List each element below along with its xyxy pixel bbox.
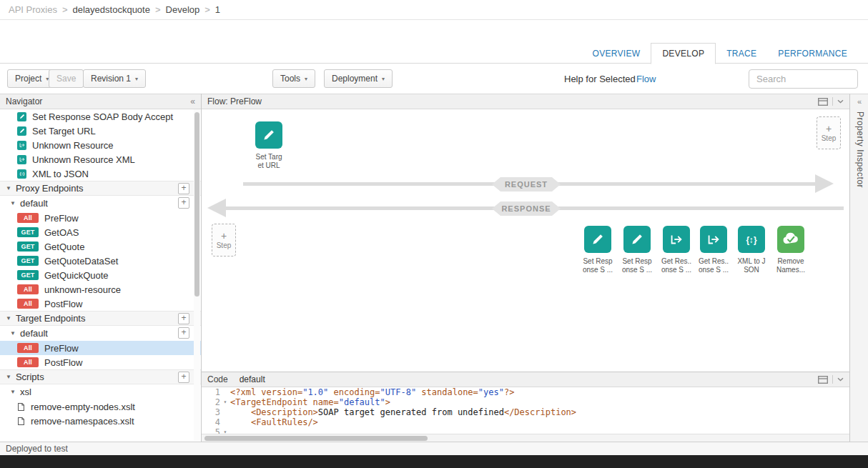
nav-flow-getquote[interactable]: GETGetQuote (0, 239, 201, 254)
flow-header: Flow: PreFlow (202, 94, 849, 109)
collapse-navigator-icon[interactable]: « (190, 96, 195, 106)
add-button[interactable]: + (178, 372, 189, 383)
nav-flow-unknown-resource[interactable]: Allunknown-resource (0, 282, 201, 297)
nav-flow-getquickquote[interactable]: GETGetQuickQuote (0, 268, 201, 282)
panel-layout-icon[interactable] (818, 98, 828, 106)
method-badge: All (17, 213, 39, 223)
nav-section-proxy-endpoints[interactable]: ▼Proxy Endpoints+ (0, 181, 201, 196)
flow-policy-response-5[interactable]: {↕}XML to JSON (732, 226, 771, 274)
breadcrumb-item-delayedstockquote[interactable]: delayedstockquote (73, 4, 150, 15)
search-input[interactable] (749, 69, 858, 89)
nav-policy-set-response-soap-body-accept[interactable]: Set Response SOAP Body Accept (0, 109, 201, 124)
help-for-selected-label: Help for Selected (564, 74, 636, 84)
panel-layout-icon[interactable] (818, 376, 828, 384)
flow-policy-response-6[interactable]: RemoveNames... (771, 226, 810, 274)
add-response-step-button[interactable]: + Step (212, 224, 236, 257)
policy-label-line: onse S ... (694, 266, 733, 274)
flow-policy-response-4[interactable]: Get Res..onse S ... (694, 226, 733, 274)
policy-label: XML to JSON (32, 169, 89, 179)
flow-editor-panel: Flow: PreFlow + Step REQUEST RESPONSE + … (202, 94, 849, 372)
response-arrowhead-icon (207, 199, 226, 217)
line-number: 2 (202, 397, 220, 407)
plus-icon: + (826, 124, 832, 133)
status-bar: Deployed to test (0, 442, 868, 455)
flow-label: PostFlow (44, 357, 82, 368)
nav-section-target-endpoints[interactable]: ▼Target Endpoints+ (0, 311, 201, 326)
nav-flow-postflow[interactable]: AllPostFlow (0, 355, 201, 369)
code-text[interactable]: <?xml version="1.0" encoding="UTF-8" sta… (230, 387, 514, 397)
tab-develop[interactable]: DEVELOP (651, 43, 716, 64)
collapse-panel-icon[interactable] (837, 377, 844, 382)
nav-flow-preflow[interactable]: AllPreFlow (0, 211, 201, 225)
breadcrumb-item-api-proxies[interactable]: API Proxies (9, 4, 57, 15)
deployment-menu-button[interactable]: Deployment ▾ (324, 69, 393, 88)
line-number: 1 (202, 387, 220, 397)
add-button[interactable]: + (178, 313, 189, 324)
navigator-scrollbar-thumb[interactable] (194, 112, 199, 297)
tab-trace[interactable]: TRACE (716, 44, 767, 64)
flow-policy-response-3[interactable]: Get Res..onse S ... (657, 226, 696, 274)
triangle-down-icon: ▼ (6, 374, 11, 380)
line-number: 4 (202, 417, 220, 427)
breadcrumb-item-develop[interactable]: Develop (166, 4, 200, 15)
tab-overview[interactable]: OVERVIEW (582, 44, 651, 64)
response-ribbon: RESPONSE (492, 201, 561, 216)
code-text[interactable]: <FaultRules/> (230, 417, 318, 427)
nav-section-scripts[interactable]: ▼Scripts+ (0, 369, 201, 384)
nav-policy-set-target-url[interactable]: Set Target URL (0, 124, 201, 138)
nav-policy-unknown-resource[interactable]: Unknown Resource (0, 138, 201, 152)
nav-file-remove-empty-nodes-xslt[interactable]: remove-empty-nodes.xslt (0, 399, 201, 414)
code-segment: "UTF-8" (380, 387, 417, 397)
code-segment: </Description> (504, 407, 576, 417)
nav-flow-preflow[interactable]: AllPreFlow (0, 341, 201, 355)
pencil-icon (17, 126, 26, 136)
code-tab-default[interactable]: default (240, 374, 265, 384)
nav-group-default[interactable]: ▼default+ (0, 326, 201, 341)
flow-policy-response-2[interactable]: Set Response S ... (618, 226, 656, 274)
help-selected-flow-link[interactable]: Flow (636, 74, 656, 84)
fold-marker-icon[interactable]: ▾ (220, 397, 230, 407)
add-button[interactable]: + (178, 197, 189, 209)
code-segment: "default" (339, 397, 385, 407)
code-editor[interactable]: 1<?xml version="1.0" encoding="UTF-8" st… (202, 387, 849, 434)
flow-label: GetQuickQuote (44, 270, 109, 281)
policy-label-line: Set Targ (244, 153, 294, 161)
triangle-down-icon: ▼ (6, 315, 11, 322)
nav-flow-getoas[interactable]: GETGetOAS (0, 225, 201, 239)
add-request-step-button[interactable]: + Step (817, 116, 841, 149)
collapse-panel-icon[interactable] (837, 99, 844, 104)
code-scrollbar-thumb[interactable] (204, 436, 428, 441)
nav-flow-postflow[interactable]: AllPostFlow (0, 297, 201, 311)
tools-menu-button[interactable]: Tools ▾ (272, 69, 315, 88)
flow-policy-response-1[interactable]: Set Response S ... (578, 226, 617, 274)
code-text[interactable]: <TargetEndpoint name="default"> (230, 397, 390, 407)
code-line: 2▾<TargetEndpoint name="default"> (202, 397, 849, 407)
revision-menu-button[interactable]: Revision 1 ▾ (83, 69, 146, 88)
tab-performance[interactable]: PERFORMANCE (767, 44, 858, 64)
flow-label: PreFlow (44, 213, 79, 224)
nav-file-remove-namespaces-xslt[interactable]: remove-namespaces.xslt (0, 414, 201, 428)
policy-label-line: et URL (244, 161, 294, 170)
fold-marker-icon[interactable]: ▾ (220, 427, 230, 434)
add-button[interactable]: + (178, 327, 189, 339)
nav-flow-getquotedataset[interactable]: GETGetQuoteDataSet (0, 254, 201, 268)
project-menu-label: Project (15, 74, 41, 84)
method-badge: All (17, 299, 39, 309)
nav-policy-unknown-resource-xml[interactable]: Unknown Resource XML (0, 152, 201, 166)
add-button[interactable]: + (178, 183, 189, 194)
policy-label: Set Target URL (32, 126, 96, 136)
save-button[interactable]: Save (49, 69, 84, 88)
flow-policy-request[interactable]: Set Target URL (244, 121, 294, 170)
svg-text:{↕}: {↕} (746, 235, 757, 245)
flow-policy-label: XML to JSON (732, 257, 771, 274)
code-header: Code default (202, 372, 849, 387)
nav-group-xsl[interactable]: ▼xsl (0, 384, 201, 399)
code-segment: <TargetEndpoint name= (230, 397, 339, 407)
code-segment: <FaultRules/> (251, 417, 318, 427)
nav-group-default[interactable]: ▼default+ (0, 196, 201, 211)
property-inspector-label: Property Inspector (855, 111, 865, 188)
nav-policy-xml-to-json[interactable]: {↕}XML to JSON (0, 166, 201, 181)
expand-property-inspector-icon[interactable]: « (850, 97, 868, 106)
breadcrumb-item-1[interactable]: 1 (215, 4, 220, 15)
code-text[interactable]: <Description>SOAP target generated from … (230, 407, 576, 417)
